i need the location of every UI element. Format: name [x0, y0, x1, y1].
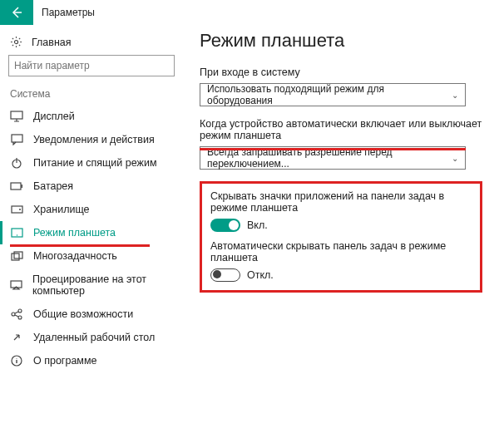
- sidebar-item-storage[interactable]: Хранилище: [8, 198, 183, 221]
- sidebar-item-label: Хранилище: [33, 204, 90, 215]
- sidebar-item-label: Удаленный рабочий стол: [33, 332, 155, 343]
- svg-rect-10: [12, 254, 19, 260]
- sidebar-item-multitasking[interactable]: Многозадачность: [8, 244, 183, 268]
- dropdown-value: Использовать подходящий режим для оборуд…: [207, 83, 452, 106]
- sidebar-item-label: Батарея: [33, 180, 73, 192]
- sidebar-item-label: Общие возможности: [33, 308, 133, 320]
- svg-point-15: [18, 316, 22, 319]
- svg-point-7: [19, 209, 21, 210]
- sidebar-item-power[interactable]: Питание и спящий режим: [8, 151, 183, 175]
- multitask-icon: [10, 251, 23, 261]
- svg-rect-1: [11, 111, 22, 119]
- battery-icon: [10, 182, 23, 190]
- signin-dropdown[interactable]: Использовать подходящий режим для оборуд…: [200, 83, 466, 106]
- tablet-icon: [10, 228, 23, 238]
- power-icon: [10, 157, 23, 169]
- svg-point-9: [16, 234, 17, 235]
- sidebar-item-notifications[interactable]: Уведомления и действия: [8, 128, 183, 151]
- main-content: Режим планшета При входе в систему Испол…: [183, 25, 499, 448]
- chevron-down-icon: ⌄: [452, 154, 458, 163]
- sidebar-item-label: Уведомления и действия: [33, 134, 155, 145]
- gear-icon: [10, 36, 23, 48]
- sidebar-item-tablet-mode[interactable]: Режим планшета: [8, 221, 183, 244]
- annotation-underline: [200, 148, 466, 150]
- group-system-label: Система: [10, 88, 183, 100]
- svg-rect-4: [11, 183, 21, 190]
- sidebar-item-about[interactable]: О программе: [8, 349, 183, 372]
- auto-label: Когда устройство автоматически включает …: [200, 118, 489, 141]
- info-icon: [10, 355, 23, 367]
- sidebar-item-shared[interactable]: Общие возможности: [8, 303, 183, 326]
- svg-point-13: [12, 313, 15, 316]
- home-label: Главная: [32, 37, 72, 48]
- share-icon: [10, 308, 23, 320]
- sidebar-item-label: Дисплей: [33, 111, 75, 122]
- arrow-left-icon: [10, 6, 23, 19]
- sidebar-item-display[interactable]: Дисплей: [8, 105, 183, 128]
- search-input[interactable]: [8, 55, 175, 76]
- svg-point-0: [14, 40, 17, 43]
- sidebar-item-label: О программе: [33, 355, 96, 367]
- projection-icon: [10, 280, 22, 290]
- svg-point-14: [18, 309, 22, 313]
- sidebar-item-remote-desktop[interactable]: Удаленный рабочий стол: [8, 326, 183, 349]
- sidebar-item-projecting[interactable]: Проецирование на этот компьютер: [8, 268, 183, 303]
- sidebar-item-label: Многозадачность: [33, 250, 117, 262]
- hide-icons-toggle[interactable]: [210, 219, 240, 232]
- storage-icon: [10, 205, 23, 214]
- hide-icons-state: Вкл.: [247, 219, 268, 231]
- signin-label: При входе в систему: [200, 66, 489, 78]
- message-icon: [10, 134, 23, 145]
- svg-rect-5: [22, 185, 23, 188]
- hide-icons-label: Скрывать значки приложений на панели зад…: [210, 190, 472, 214]
- sidebar-item-label: Режим планшета: [33, 227, 116, 239]
- hide-taskbar-toggle[interactable]: [210, 268, 240, 282]
- hide-taskbar-state: Откл.: [247, 269, 274, 281]
- chevron-down-icon: ⌄: [452, 91, 458, 100]
- hide-taskbar-label: Автоматически скрывать панель задач в ре…: [210, 240, 472, 263]
- search-field[interactable]: [14, 60, 169, 71]
- monitor-icon: [10, 111, 23, 122]
- sidebar-item-label: Проецирование на этот компьютер: [32, 273, 183, 297]
- svg-rect-2: [12, 135, 22, 142]
- page-title: Режим планшета: [200, 30, 489, 52]
- remote-icon: [10, 332, 23, 343]
- sidebar: Главная Система Дисплей Уведомления и де…: [0, 25, 183, 448]
- home-link[interactable]: Главная: [8, 32, 183, 55]
- app-title: Параметры: [42, 7, 95, 18]
- back-button[interactable]: [0, 0, 33, 25]
- annotation-box: Скрывать значки приложений на панели зад…: [200, 181, 482, 293]
- sidebar-item-label: Питание и спящий режим: [33, 157, 156, 169]
- svg-rect-11: [14, 252, 22, 258]
- svg-rect-6: [12, 206, 22, 213]
- sidebar-item-battery[interactable]: Батарея: [8, 175, 183, 198]
